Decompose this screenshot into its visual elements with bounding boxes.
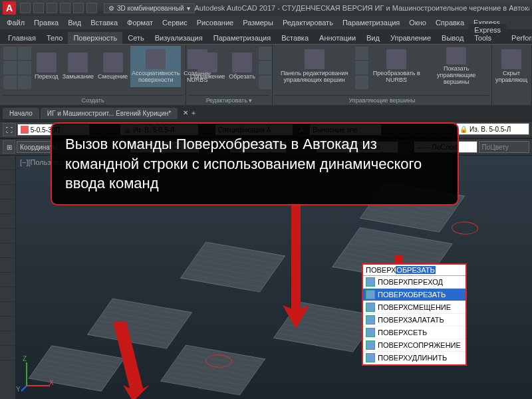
menu-файл[interactable]: Файл: [3, 17, 29, 28]
flyout-icon[interactable]: [355, 61, 368, 74]
flyout-icon[interactable]: [259, 47, 272, 60]
svg-marker-0: [113, 322, 150, 399]
rect-icon[interactable]: [0, 214, 15, 229]
qat-open-icon[interactable]: [33, 3, 44, 13]
menu-формат[interactable]: Формат: [123, 17, 157, 28]
ribbon-tab[interactable]: Express Tools: [469, 24, 506, 44]
move-icon[interactable]: [0, 287, 15, 302]
flyout-icon[interactable]: [3, 76, 17, 89]
ribbon-tab[interactable]: Вывод: [436, 32, 469, 44]
qat-save-icon[interactable]: [47, 3, 57, 13]
menu-сервис[interactable]: Сервис: [158, 17, 192, 28]
menu-окно[interactable]: Окно: [405, 17, 430, 28]
surface-associativity-button[interactable]: Ассоциативность поверхности: [130, 46, 181, 87]
close-surface-button[interactable]: Замыкание: [61, 46, 95, 87]
plotstyle-dropdown[interactable]: ПоЦвету: [479, 141, 530, 153]
flyout-icon[interactable]: [18, 47, 31, 60]
line-icon[interactable]: [0, 156, 15, 170]
ribbon-tab[interactable]: Performance: [506, 32, 532, 44]
btn-label: Ассоциативность поверхности: [132, 70, 180, 84]
menu-справка[interactable]: Справка: [432, 17, 468, 28]
trim-button[interactable]: Обрезать: [227, 46, 257, 87]
convert-to-nurbs-button[interactable]: Преобразовать в NURBS: [370, 46, 422, 87]
show-cv-button[interactable]: Показать управляющие вершины: [424, 46, 489, 87]
menu-размеры[interactable]: Размеры: [239, 17, 277, 28]
ucs-icon-viewport: X Z Y: [20, 359, 53, 394]
hatch-icon[interactable]: [0, 243, 15, 258]
btn-label: Замыкание: [63, 74, 94, 80]
rotate-icon[interactable]: [0, 317, 15, 331]
loft-button[interactable]: Переход: [33, 46, 60, 87]
ucs-icon[interactable]: ⊞: [3, 140, 15, 154]
ribbon-tab[interactable]: Аннотации: [314, 32, 361, 44]
autocomplete-item[interactable]: ПОВЕРХСМЕЩЕНИЕ: [363, 301, 466, 314]
qat-undo-icon[interactable]: [60, 3, 70, 13]
ribbon-tab[interactable]: Управление: [385, 32, 436, 44]
ribbon-tab[interactable]: Сеть: [122, 32, 149, 44]
flyout-icon[interactable]: [18, 76, 31, 89]
flyout-icon[interactable]: [18, 61, 31, 74]
autocomplete-item[interactable]: ПОВЕРХУДЛИНИТЬ: [363, 352, 466, 364]
trim-icon[interactable]: [0, 331, 15, 346]
ribbon-tab[interactable]: Главная: [3, 32, 41, 44]
chevron-down-icon: ▾: [187, 5, 190, 12]
tutorial-callout: Вызов команды Поверхобрезать в Автокад и…: [51, 122, 459, 205]
offset-surface-button[interactable]: Смещение: [96, 46, 129, 87]
flyout-icon[interactable]: [355, 47, 368, 60]
gear-icon: ⚙: [108, 5, 114, 12]
extend-icon[interactable]: [0, 346, 15, 360]
panel-title: Управляющие вершины: [275, 95, 489, 105]
app-logo[interactable]: A: [3, 1, 16, 15]
polyline-icon[interactable]: [0, 170, 15, 185]
autocomplete-item[interactable]: ПОВЕРХОБРЕЗАТЬ: [363, 289, 466, 301]
dd-value: ПоЦвету: [482, 144, 509, 151]
menu-параметризация[interactable]: Параметризация: [338, 17, 404, 28]
menu-правка[interactable]: Правка: [30, 17, 63, 28]
start-tab[interactable]: Начало: [3, 108, 39, 119]
hide-cv-button[interactable]: Скрыт управляющ: [495, 46, 528, 87]
flyout-icon[interactable]: [355, 76, 368, 89]
qat-new-icon[interactable]: [20, 3, 31, 13]
ellipse-icon[interactable]: [0, 229, 15, 243]
item-label: ПОВЕРХУДЛИНИТЬ: [378, 354, 447, 362]
item-label: ПОВЕРХСОПРЯЖЕНИЕ: [378, 341, 461, 349]
cv-edit-panel-button[interactable]: Панель редактирования управляющих вершин: [275, 46, 353, 87]
circle-icon[interactable]: [0, 185, 15, 200]
layer-icon[interactable]: ⛶: [3, 123, 16, 136]
quick-access-toolbar: [20, 3, 97, 13]
ribbon-tab[interactable]: Тело: [41, 32, 68, 44]
menu-редактировать[interactable]: Редактировать: [279, 17, 337, 28]
ribbon-tab[interactable]: Поверхность: [68, 32, 122, 44]
menu-рисование[interactable]: Рисование: [193, 17, 237, 28]
autocomplete-item[interactable]: ПОВЕРХСОПРЯЖЕНИЕ: [363, 339, 466, 352]
flyout-icon[interactable]: [259, 76, 272, 89]
flyout-icon[interactable]: [259, 61, 272, 74]
dim-layer-dropdown[interactable]: 🔒Из. В. 5-0.5-Л: [456, 123, 529, 135]
ribbon-tab[interactable]: Вид: [361, 32, 385, 44]
arc-icon[interactable]: [0, 200, 15, 214]
qat-redo-icon[interactable]: [73, 3, 84, 13]
dim-icon[interactable]: [0, 273, 15, 287]
ribbon-tab[interactable]: Визуализация: [150, 32, 208, 44]
autocomplete-item[interactable]: ПОВЕРХЗАЛАТАТЬ: [363, 314, 466, 327]
flyout-icon[interactable]: [3, 47, 17, 60]
menu-вставка[interactable]: Вставка: [86, 17, 122, 28]
new-tab-button[interactable]: ✕ ＋: [179, 108, 201, 118]
ribbon-panel-edit: Сопряжение Обрезать Редактировать ▾: [186, 45, 273, 105]
qat-print-icon[interactable]: [86, 3, 97, 13]
title-bar: A ⚙ 3D комбинированный ▾ Autodesk AutoCA…: [0, 0, 532, 16]
fillet-button[interactable]: Сопряжение: [189, 46, 226, 87]
document-tab[interactable]: ИГ и Машиностроит... Евгений Курицин*: [41, 108, 178, 119]
ribbon-tab[interactable]: Вставка: [276, 32, 314, 44]
copy-icon[interactable]: [0, 302, 15, 317]
typed-text: ПОВЕРХ: [366, 266, 396, 274]
command-input[interactable]: ПОВЕРХОБРЕЗАТЬ: [363, 265, 466, 276]
text-icon[interactable]: [0, 258, 15, 273]
ribbon-tab[interactable]: Параметризация: [208, 32, 276, 44]
autocomplete-item[interactable]: ПОВЕРХСЕТЬ: [363, 327, 466, 339]
file-tabs: Начало ИГ и Машиностроит... Евгений Кури…: [0, 105, 532, 121]
workspace-switcher[interactable]: ⚙ 3D комбинированный ▾: [104, 3, 195, 13]
autocomplete-item[interactable]: ПОВЕРХПЕРЕХОД: [363, 276, 466, 289]
menu-вид[interactable]: Вид: [64, 17, 85, 28]
flyout-icon[interactable]: [3, 61, 17, 74]
